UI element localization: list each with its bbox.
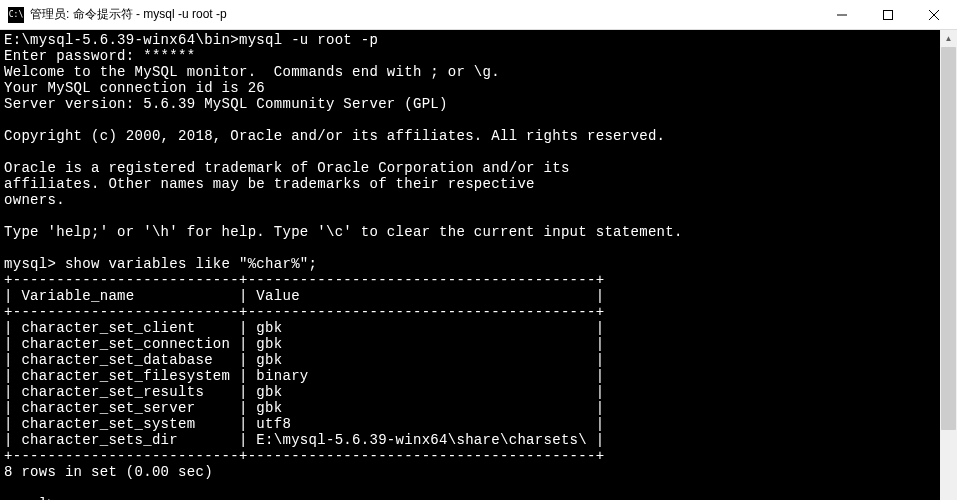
scrollbar[interactable]: ▲ ▼ [940, 30, 957, 500]
minimize-button[interactable] [819, 0, 865, 30]
command-prompt-window: C:\ 管理员: 命令提示符 - mysql -u root -p E:\mys… [0, 0, 957, 500]
svg-rect-1 [884, 10, 893, 19]
terminal-content[interactable]: E:\mysql-5.6.39-winx64\bin>mysql -u root… [0, 30, 940, 500]
app-icon: C:\ [8, 7, 24, 23]
scrollbar-up-arrow[interactable]: ▲ [940, 30, 957, 47]
close-icon [929, 10, 939, 20]
scrollbar-track[interactable] [940, 47, 957, 497]
window-controls [819, 0, 957, 30]
maximize-button[interactable] [865, 0, 911, 30]
window-title: 管理员: 命令提示符 - mysql -u root -p [30, 6, 819, 23]
minimize-icon [837, 10, 847, 20]
close-button[interactable] [911, 0, 957, 30]
titlebar[interactable]: C:\ 管理员: 命令提示符 - mysql -u root -p [0, 0, 957, 30]
scrollbar-thumb[interactable] [941, 47, 956, 430]
maximize-icon [883, 10, 893, 20]
terminal-area: E:\mysql-5.6.39-winx64\bin>mysql -u root… [0, 30, 957, 500]
